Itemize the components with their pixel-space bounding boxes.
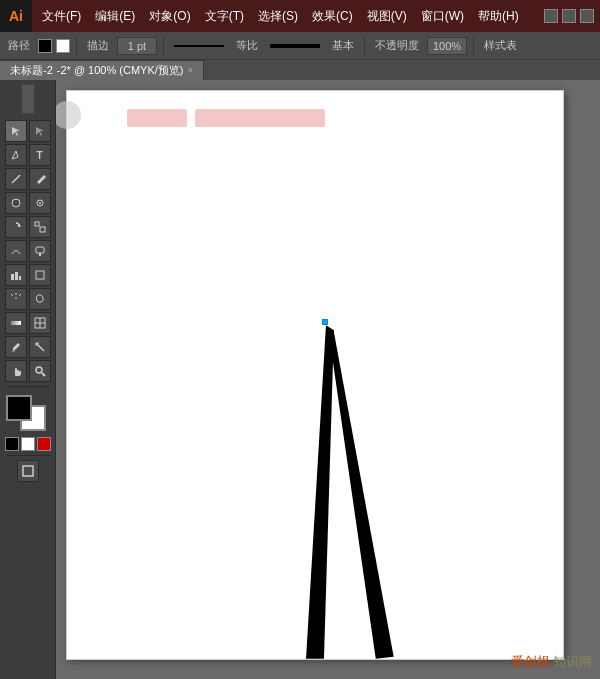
- none-color-button[interactable]: [37, 437, 51, 451]
- tool-separator: [6, 386, 50, 387]
- rotate-tool[interactable]: [5, 216, 27, 238]
- opacity-input[interactable]: [427, 37, 467, 55]
- maximize-button[interactable]: [562, 9, 576, 23]
- svg-rect-7: [35, 222, 39, 226]
- svg-rect-13: [19, 276, 21, 280]
- default-colors-button[interactable]: [5, 437, 19, 451]
- svg-line-28: [42, 373, 45, 376]
- svg-rect-14: [36, 271, 44, 279]
- scroll-indicator: [21, 84, 35, 114]
- menu-effect[interactable]: 效果(C): [306, 6, 359, 27]
- ratio-label: 等比: [232, 37, 262, 54]
- svg-line-2: [12, 175, 20, 183]
- scale-tool[interactable]: [29, 216, 51, 238]
- watermark-brand: 爱创根: [511, 654, 550, 669]
- menu-file[interactable]: 文件(F): [36, 6, 87, 27]
- svg-rect-8: [40, 227, 45, 232]
- canvas-area: 爱创根 知识网: [56, 80, 600, 679]
- tool-row-2: T: [5, 144, 51, 166]
- pen-tool[interactable]: [5, 144, 27, 166]
- polygon-tool[interactable]: [29, 192, 51, 214]
- svg-rect-19: [11, 321, 21, 325]
- menu-bar: 文件(F) 编辑(E) 对象(O) 文字(T) 选择(S) 效果(C) 视图(V…: [32, 0, 529, 32]
- watermark-domain: 知识网: [553, 654, 592, 669]
- menu-text[interactable]: 文字(T): [199, 6, 250, 27]
- column-graph-tool[interactable]: [5, 264, 27, 286]
- toolbar: 路径 描边 等比 基本 不透明度 样式表: [0, 32, 600, 60]
- menu-window[interactable]: 窗口(W): [415, 6, 470, 27]
- stroke-label: 描边: [83, 37, 113, 54]
- tab-close-button[interactable]: ×: [187, 65, 193, 76]
- stroke-width-input[interactable]: [117, 37, 157, 55]
- watermark: 爱创根 知识网: [511, 653, 592, 671]
- opacity-label: 不透明度: [371, 37, 423, 54]
- style-label: 样式表: [480, 37, 521, 54]
- svg-line-18: [19, 294, 21, 296]
- color-section: [6, 395, 50, 431]
- type-tool[interactable]: T: [29, 144, 51, 166]
- line-tool[interactable]: [5, 168, 27, 190]
- foreground-color-swatch[interactable]: [6, 395, 32, 421]
- lasso-tool[interactable]: [29, 288, 51, 310]
- toolbar-separator-2: [163, 36, 164, 56]
- svg-rect-23: [12, 350, 15, 352]
- tool-row-3: [5, 168, 51, 190]
- menu-edit[interactable]: 编辑(E): [89, 6, 141, 27]
- main-layout: T: [0, 80, 600, 679]
- svg-rect-11: [11, 274, 14, 280]
- magic-wand-tool[interactable]: [5, 288, 27, 310]
- menu-help[interactable]: 帮助(H): [472, 6, 525, 27]
- title-bar: Ai 文件(F) 编辑(E) 对象(O) 文字(T) 选择(S) 效果(C) 视…: [0, 0, 600, 32]
- svg-marker-0: [12, 127, 20, 136]
- svg-point-5: [39, 202, 41, 204]
- svg-line-17: [11, 294, 13, 296]
- selection-tool[interactable]: [5, 120, 27, 142]
- draw-normal-button[interactable]: [17, 460, 39, 482]
- svg-rect-12: [15, 272, 18, 280]
- tool-row-1: [5, 120, 51, 142]
- blend-tool[interactable]: [5, 240, 27, 262]
- tab-zoom: -2* @ 100% (CMYK/预览): [57, 63, 184, 78]
- toolbar-separator-4: [473, 36, 474, 56]
- zoom-tool[interactable]: [29, 360, 51, 382]
- ellipse-tool[interactable]: [5, 192, 27, 214]
- tool-row-4: [5, 192, 51, 214]
- mesh-tool[interactable]: [29, 312, 51, 334]
- artboard-tool[interactable]: [29, 264, 51, 286]
- left-toolbar: T: [0, 80, 56, 679]
- menu-object[interactable]: 对象(O): [143, 6, 196, 27]
- tool-row-8: [5, 288, 51, 310]
- swap-colors-button[interactable]: [21, 437, 35, 451]
- tool-row-9: [5, 312, 51, 334]
- stroke-color-swatch[interactable]: [56, 39, 70, 53]
- gradient-tool[interactable]: [5, 312, 27, 334]
- path-label: 路径: [4, 37, 34, 54]
- eyedropper-tool[interactable]: [5, 336, 27, 358]
- document-tab[interactable]: 未标题-2 -2* @ 100% (CMYK/预览) ×: [0, 60, 204, 80]
- svg-line-24: [36, 343, 44, 351]
- ai-logo: Ai: [0, 0, 32, 32]
- direct-selection-tool[interactable]: [29, 120, 51, 142]
- menu-view[interactable]: 视图(V): [361, 6, 413, 27]
- pencil-tool[interactable]: [29, 168, 51, 190]
- brush-strokes-svg: [67, 91, 563, 659]
- tool-row-11: [5, 360, 51, 382]
- document-canvas: [66, 90, 564, 660]
- symbol-sprayer-tool[interactable]: [29, 240, 51, 262]
- minimize-button[interactable]: [544, 9, 558, 23]
- draw-mode-row: [17, 460, 39, 482]
- toolbar-separator-1: [76, 36, 77, 56]
- fill-color-swatch[interactable]: [38, 39, 52, 53]
- measure-tool[interactable]: [29, 336, 51, 358]
- svg-point-3: [12, 199, 20, 207]
- mini-swatches: [5, 437, 51, 451]
- menu-select[interactable]: 选择(S): [252, 6, 304, 27]
- hand-tool[interactable]: [5, 360, 27, 382]
- stroke-preview-thick: [270, 44, 320, 48]
- toolbar-separator-3: [364, 36, 365, 56]
- tabs-bar: 未标题-2 -2* @ 100% (CMYK/预览) ×: [0, 60, 600, 80]
- close-button[interactable]: [580, 9, 594, 23]
- base-label: 基本: [328, 37, 358, 54]
- tool-row-10: [5, 336, 51, 358]
- svg-rect-29: [23, 466, 33, 476]
